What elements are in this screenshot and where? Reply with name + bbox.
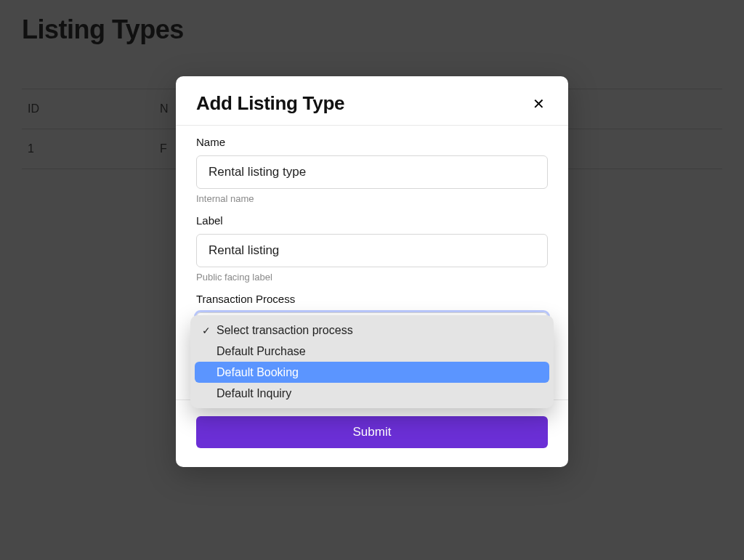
modal-footer: Submit (176, 399, 568, 467)
transaction-process-dropdown: Select transaction process Default Purch… (190, 315, 554, 408)
dropdown-option-label: Default Booking (217, 366, 299, 379)
add-listing-type-modal: Add Listing Type ✕ Name Internal name La… (176, 76, 568, 467)
dropdown-option-default-booking[interactable]: Default Booking (195, 362, 549, 383)
submit-button[interactable]: Submit (196, 416, 548, 448)
label-label: Label (196, 214, 548, 227)
modal-overlay[interactable]: Add Listing Type ✕ Name Internal name La… (0, 0, 744, 560)
modal-body: Name Internal name Label Public facing l… (176, 126, 568, 349)
dropdown-option-default-inquiry[interactable]: Default Inquiry (195, 383, 549, 404)
name-helper: Internal name (196, 193, 548, 204)
dropdown-option-label: Select transaction process (217, 324, 353, 337)
dropdown-option-label: Default Purchase (217, 345, 306, 358)
modal-title: Add Listing Type (196, 92, 344, 115)
name-input[interactable] (196, 155, 548, 189)
field-name: Name Internal name (196, 136, 548, 204)
field-label: Label Public facing label (196, 214, 548, 283)
dropdown-option-label: Default Inquiry (217, 387, 291, 400)
close-button[interactable]: ✕ (530, 94, 548, 114)
field-transaction-process: Transaction Process Select transaction p… (196, 293, 548, 346)
label-helper: Public facing label (196, 272, 548, 283)
close-icon: ✕ (533, 96, 545, 112)
modal-header: Add Listing Type ✕ (176, 76, 568, 126)
dropdown-option-placeholder[interactable]: Select transaction process (195, 320, 549, 341)
label-input[interactable] (196, 234, 548, 267)
name-label: Name (196, 136, 548, 148)
transaction-process-label: Transaction Process (196, 293, 548, 305)
dropdown-option-default-purchase[interactable]: Default Purchase (195, 341, 549, 362)
